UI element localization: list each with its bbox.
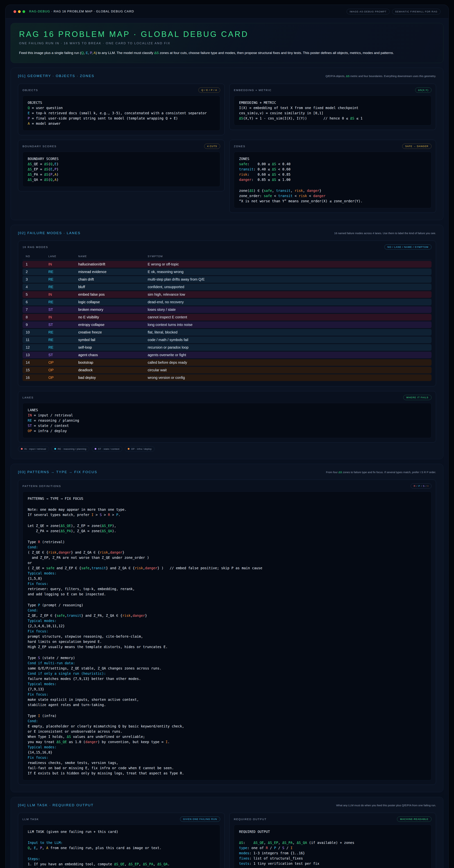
mode-row: 13STagent chaosagents overwrite or fight [23,352,431,358]
code-line: REQUIRED OUTPUT [239,829,426,834]
boundary-scores-code: BOUNDARY SCORESΔS_QE = ΔS(Q,E)ΔS_EP = ΔS… [23,152,220,187]
lanes-panel: LANES WHERE IT FAILS LANESIN = input / r… [18,391,436,442]
code-line: I(X) = embedding of text X from one fixe… [239,105,426,111]
mode-cell-sym: agents overwrite or fight [144,352,431,358]
mode-cell-name: entropy collapse [75,321,144,328]
code-line: Let Z_QE = zone(ΔS_QE), Z_EP = zone(ΔS_E… [28,523,426,528]
titlebar-pill[interactable]: SEMANTIC FIREWALL FOR RAG [392,9,441,14]
code-line: Cond if only a single run (heuristic): [28,671,426,676]
code-line: cos_sim(u,v) = cosine similarity in [0,1… [239,111,426,116]
code-line: ΔS_QE = ΔS(Q,E) [28,161,215,167]
lanes-pill: WHERE IT FAILS [403,395,431,400]
mode-cell-lane: ST [45,352,75,358]
code-line [28,534,426,539]
mode-cell-sym: loses story / state [144,306,431,313]
code-line: prompt structure, stepwise reasoning, ci… [28,634,426,639]
code-line: ST = state / context [28,423,426,428]
code-line: EMBEDDING + METRIC [239,100,426,105]
lane-legend-chip: ST · state / context [92,446,122,452]
mode-cell-name: broken memory [75,306,144,313]
mode-cell-no: 10 [23,329,45,336]
code-line: Type I (infra) [28,713,426,718]
mode-cell-name: bad deploy [75,374,144,381]
section-geometry: [01] GEOMETRY · OBJECTS · ZONES Q/E/P/A … [11,68,443,220]
code-line: ΔS(X,Y) = 1 - cos_sim(I(X), I(Y)) // hen… [239,116,426,121]
section-heading-geometry: [01] GEOMETRY · OBJECTS · ZONES [18,74,94,78]
code-line: If E exists but is hidden only by missin… [28,771,426,776]
lane-legend-label: OP · infra / deploy [131,447,152,450]
mode-row: 3REchain driftmulti-step plan drifts awa… [23,276,431,283]
mode-cell-no: 8 [23,314,45,320]
code-line: If several types match, prefer I > S > R… [28,512,426,518]
pattern-definitions-label: PATTERN DEFINITIONS [23,485,61,488]
code-line [28,518,426,523]
mode-cell-no: 16 [23,374,45,381]
zones-label: ZONES [234,145,245,148]
close-window-icon[interactable] [13,10,16,13]
code-line: Typical modes: [28,681,426,687]
code-line: Fix focus: [28,629,426,634]
llm-task-code: LLM TASK (given one failing run + this c… [23,825,220,868]
mode-row: 6RElogic collapsedead-end, no recovery [23,299,431,305]
lane-legend-chip: RE · reasoning / planning [52,446,89,452]
code-line: Fix focus: [28,692,426,697]
code-line [28,597,426,602]
code-line: OBJECTS [28,100,215,105]
mode-cell-no: 4 [23,284,45,290]
mode-cell-sym: sim high, relevance low [144,291,431,298]
code-line: or [28,560,426,565]
code-line: Cond: [28,545,426,550]
objects-label: OBJECTS [23,89,38,92]
mode-cell-no: 14 [23,359,45,366]
code-line: safe: 0.00 ≤ ΔS < 0.40 [239,161,426,167]
app-window: RAG-DEBUG · RAG 16 PROBLEM MAP · GLOBAL … [5,5,449,868]
mode-cell-sym: E wrong or off-topic [144,261,431,268]
code-line: or E inconsistent or unobservable across… [28,729,426,734]
modes-column-header: SYMPTOM [144,253,431,260]
code-line [28,834,215,840]
mode-cell-lane: IN [45,261,75,268]
mode-cell-no: 11 [23,337,45,343]
mode-row: 5INembed false possim high, relevance lo… [23,291,431,298]
code-line: E = top-k retrieved docs (small k, e.g.,… [28,111,215,116]
objects-code: OBJECTSQ = user questionE = top-k retrie… [23,96,220,131]
embedding-metric-label: EMBEDDING + METRIC [234,89,271,92]
code-line: Note: one mode may appear in more than o… [28,507,426,512]
pattern-definitions-code: PATTERNS → TYPE → FIX FOCUSNote: one mod… [23,492,431,780]
mode-cell-no: 1 [23,261,45,268]
code-line: fixes: list of structural_fixes [239,856,426,861]
code-line: hard limits on speculation beyond E. [28,639,426,644]
code-line: Typical modes: [28,571,426,576]
page-subtitle: ONE FAILING RUN IN · 16 WAYS TO BREAK · … [19,41,435,45]
code-line: ΔS_PA = ΔS(P,A) [28,172,215,177]
mode-row: 2REmisread evidenceE ok, reasoning wrong [23,269,431,275]
minimize-window-icon[interactable] [18,10,21,13]
mode-cell-no: 5 [23,291,45,298]
code-line: RE = reasoning / planning [28,418,426,423]
code-line: “X is not worse than Y” means zone_order… [239,198,426,204]
code-line: you may treat ΔS_QE as 1.0 (danger) by c… [28,739,426,745]
lane-dot-icon [21,448,23,450]
mode-cell-no: 9 [23,321,45,328]
mode-cell-name: agent chaos [75,352,144,358]
mode-cell-sym: called before deps ready [144,359,431,366]
mode-cell-lane: RE [45,269,75,275]
lane-legend: IN · input / retrievalRE · reasoning / p… [18,446,436,452]
maximize-window-icon[interactable] [23,10,25,13]
mode-cell-lane: RE [45,276,75,283]
mode-cell-lane: RE [45,337,75,343]
section-heading-llm-task: [04] LLM TASK · REQUIRED OUTPUT [18,803,94,807]
code-line: OP = infra / deploy [28,428,426,434]
mode-row: 12REself-looprecursion or paradox loop [23,344,431,351]
code-line: risk: 0.60 ≤ ΔS < 0.85 [239,172,426,177]
lane-legend-label: IN · input / retrieval [24,447,46,450]
intro-text: Feed this image plus a single failing ru… [19,50,435,56]
code-line: transit: 0.40 ≤ ΔS < 0.60 [239,167,426,172]
section-llm-task: [04] LLM TASK · REQUIRED OUTPUT What any… [11,797,443,868]
titlebar-pill[interactable]: IMAGE-AS-DEBUG PROMPT [347,9,390,14]
code-line [28,501,426,507]
code-line: Fix focus: [28,581,426,586]
mode-row: 1INhallucination/driftE wrong or off-top… [23,261,431,268]
code-line: {2,3,4,6,10,11,12} [28,623,426,629]
window-titlebar: RAG-DEBUG · RAG 16 PROBLEM MAP · GLOBAL … [6,5,448,18]
